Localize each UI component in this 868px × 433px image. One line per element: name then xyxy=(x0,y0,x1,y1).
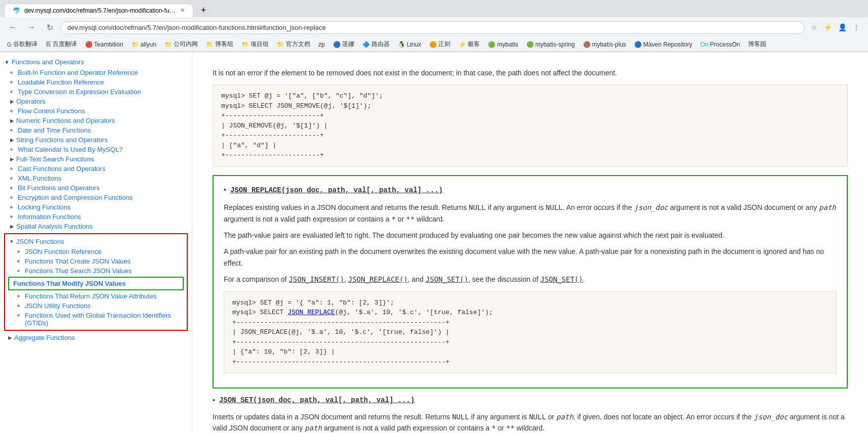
browser-chrome: 🐬 dev.mysql.com/doc/refman/5.7/en/json-m… xyxy=(0,0,868,52)
sidebar-item-type-conversion[interactable]: Type Conversion in Expression Evaluation xyxy=(0,87,192,97)
sidebar-item-xml[interactable]: XML Functions xyxy=(0,174,192,183)
bookmark-translate1[interactable]: G 谷歌翻译 xyxy=(4,39,40,50)
forward-button[interactable]: → xyxy=(24,20,38,34)
json-functions-title[interactable]: ▼ JSON Functions xyxy=(5,236,187,247)
arrow-right-icon: ▶ xyxy=(8,335,12,340)
bookmark-star-button[interactable]: ☆ xyxy=(809,21,819,33)
bullet-icon xyxy=(17,250,20,253)
sidebar-item-calendar[interactable]: What Calendar Is Used By MySQL? xyxy=(0,145,192,154)
sidebar-item-string[interactable]: ▶ String Functions and Operators xyxy=(0,135,192,145)
code-line: +---------------------------------------… xyxy=(232,337,828,348)
code-line: mysql> SELECT JSON_REPLACE(@j, '$.a', 10… xyxy=(232,308,828,318)
reload-button[interactable]: ↻ xyxy=(43,20,57,34)
code-block-json-remove: mysql> SET @j = '["a", ["b", "c"], "d"]'… xyxy=(213,84,848,167)
code-line: +------------------------+ xyxy=(221,150,839,160)
sidebar-item-json-attributes[interactable]: Functions That Return JSON Value Attribu… xyxy=(5,291,187,301)
sidebar-item-numeric[interactable]: ▶ Numeric Functions and Operators xyxy=(0,116,192,125)
json-set-sig-link[interactable]: JSON_SET(json_doc, path, val[, path, val… xyxy=(219,395,415,406)
json-replace-desc2: The path-value pairs are evaluated left … xyxy=(224,230,837,241)
bookmark-stem[interactable]: 🔵 茎娜 xyxy=(330,39,357,50)
arrow-right-icon: ▶ xyxy=(10,224,14,229)
bookmark-zp[interactable]: zp xyxy=(315,40,328,49)
intro-paragraph: It is not an error if the element to be … xyxy=(213,67,848,78)
active-tab[interactable]: 🐬 dev.mysql.com/doc/refman/5.7/en/json-m… xyxy=(4,4,193,17)
account-button[interactable]: 👤 xyxy=(836,21,849,33)
bullet-icon xyxy=(17,314,20,317)
sidebar-item-information[interactable]: Information Functions xyxy=(0,212,192,222)
sidebar-item-aggregate[interactable]: ▶ Aggregate Functions xyxy=(0,333,192,342)
settings-button[interactable]: ⋮ xyxy=(851,21,862,33)
bookmark-intranet[interactable]: 📁 公司内网 xyxy=(161,39,201,50)
bookmark-mybatis-plus[interactable]: 🟤 mybatis-plus xyxy=(580,40,629,49)
json-replace-desc3: A path-value pair for an existing path i… xyxy=(224,246,837,269)
sidebar-item-bit[interactable]: Bit Functions and Operators xyxy=(0,183,192,193)
code-line: mysql> SET @j = '["a", ["b", "c"], "d"]'… xyxy=(221,91,839,101)
code-line: | {"a": 10, "b": [2, 3]} | xyxy=(232,347,828,357)
json-set-signature-row: • JSON_SET(json_doc, path, val[, path, v… xyxy=(213,395,848,406)
bookmark-blog[interactable]: 📁 博客组 xyxy=(203,39,236,50)
tab-title: dev.mysql.com/doc/refman/5.7/en/json-mod… xyxy=(24,7,176,14)
bullet-icon xyxy=(17,295,20,297)
new-tab-button[interactable]: + xyxy=(196,3,211,17)
bookmark-project[interactable]: 📁 项目组 xyxy=(238,39,272,50)
bullet-icon xyxy=(17,270,20,272)
json-set-ref-link-2[interactable]: JSON_SET() xyxy=(541,275,583,283)
sidebar-item-flow-control[interactable]: Flow Control Functions xyxy=(0,106,192,116)
code-line: | ["a", "d"] | xyxy=(221,141,839,151)
arrow-right-icon: ▶ xyxy=(10,156,14,162)
sidebar-item-loadable[interactable]: Loadable Function Reference xyxy=(0,77,192,87)
bullet-icon xyxy=(10,215,13,218)
bookmark-zhengze[interactable]: 🟠 正则 xyxy=(426,39,453,50)
json-replace-comparison: For a comparison of JSON_INSERT(), JSON_… xyxy=(224,274,837,285)
sidebar-item-json-ref[interactable]: JSON Function Reference xyxy=(5,247,187,256)
bookmark-maven[interactable]: 🔵 Maven Repository xyxy=(631,40,695,49)
arrow-down-icon: ▼ xyxy=(9,239,14,244)
bookmark-translate2[interactable]: 百 百度翻译 xyxy=(43,39,80,50)
bookmark-processon[interactable]: On ProcessOn xyxy=(697,40,743,49)
sidebar-item-spatial[interactable]: ▶ Spatial Analysis Functions xyxy=(0,222,192,231)
bullet-icon xyxy=(10,81,13,83)
bookmark-linux[interactable]: 🐧 Linux xyxy=(395,40,425,49)
sidebar-item-json-modify-active[interactable]: Functions That Modify JSON Values xyxy=(8,277,184,290)
back-button[interactable]: ← xyxy=(6,20,20,34)
sidebar-item-cast[interactable]: Cast Functions and Operators xyxy=(0,164,192,174)
sidebar-section-functions[interactable]: ▼ Functions and Operators xyxy=(0,56,192,68)
sidebar-item-operators[interactable]: ▶ Operators xyxy=(0,97,192,106)
bookmark-router[interactable]: 🔷 路由器 xyxy=(359,39,393,50)
sidebar-item-json-gtid[interactable]: Functions Used with Global Transaction I… xyxy=(5,311,187,328)
sidebar-item-locking[interactable]: Locking Functions xyxy=(0,202,192,212)
sidebar-item-json-search[interactable]: Functions That Search JSON Values xyxy=(5,266,187,276)
bookmark-official-doc[interactable]: 📁 官方文档 xyxy=(274,39,313,50)
bookmark-extreme[interactable]: ⚡ 极客 xyxy=(456,39,483,50)
bookmark-teambition[interactable]: 🔴 Teambition xyxy=(82,40,127,49)
bookmark-blogger[interactable]: 博客园 xyxy=(745,39,769,50)
bookmarks-bar: G 谷歌翻译 百 百度翻译 🔴 Teambition 📁 aliyun 📁 公司… xyxy=(0,37,868,52)
sidebar-item-json-create[interactable]: Functions That Create JSON Values xyxy=(5,256,187,266)
json-replace-signature-row: • JSON_REPLACE(json_doc, path, val[, pat… xyxy=(224,184,837,196)
bookmark-mybatis[interactable]: 🟢 mybatis xyxy=(485,40,521,49)
bookmark-aliyun[interactable]: 📁 aliyun xyxy=(129,40,159,49)
bullet-circle: • xyxy=(224,184,226,195)
json-replace-link[interactable]: JSON_REPLACE(json_doc, path, val[, path,… xyxy=(230,186,443,194)
null-json-set-2: NULL xyxy=(529,413,546,421)
sidebar-functions-operators-label[interactable]: Functions and Operators xyxy=(12,58,84,66)
tab-close-button[interactable]: ✕ xyxy=(180,7,185,14)
bookmark-mybatis-spring[interactable]: 🟢 mybatis-spring xyxy=(523,40,578,49)
extensions-button[interactable]: ⚡ xyxy=(821,21,834,33)
url-input[interactable]: dev.mysql.com/doc/refman/5.7/en/json-mod… xyxy=(61,21,805,34)
bullet-icon xyxy=(10,167,13,170)
sidebar-item-date-time[interactable]: Date and Time Functions xyxy=(0,125,192,135)
arrow-right-icon: ▶ xyxy=(10,137,14,143)
sidebar-item-json-utility[interactable]: JSON Utility Functions xyxy=(5,301,187,311)
bullet-icon xyxy=(10,196,13,199)
json-set-section: • JSON_SET(json_doc, path, val[, path, v… xyxy=(213,395,848,433)
sidebar-item-builtin[interactable]: Built-In Function and Operator Reference xyxy=(0,68,192,77)
bullet-circle-2: • xyxy=(213,395,215,406)
sidebar-item-encryption[interactable]: Encryption and Compression Functions xyxy=(0,193,192,202)
json-replace-ref-link[interactable]: JSON_REPLACE() xyxy=(348,275,408,283)
json-set-ref-link-1[interactable]: JSON_SET() xyxy=(426,275,468,283)
sidebar-item-fulltext[interactable]: ▶ Full-Text Search Functions xyxy=(0,154,192,164)
main-area: ▼ Functions and Operators Built-In Funct… xyxy=(0,52,868,433)
json-insert-ref-link[interactable]: JSON_INSERT() xyxy=(288,275,344,283)
sidebar: ▼ Functions and Operators Built-In Funct… xyxy=(0,52,192,433)
